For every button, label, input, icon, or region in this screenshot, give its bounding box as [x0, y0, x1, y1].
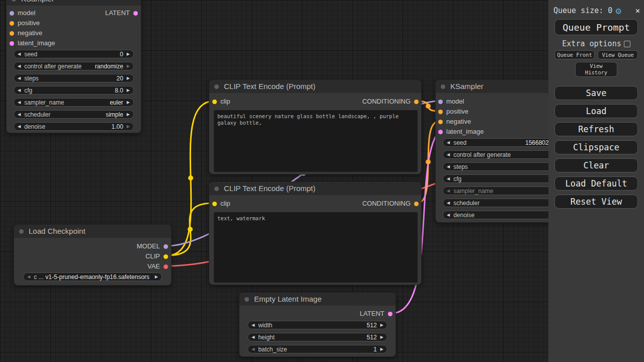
collapse-dot-icon[interactable] [441, 84, 445, 89]
settings-gear-icon[interactable]: ⚙ [615, 5, 621, 16]
decrement-arrow-icon[interactable]: ◀ [447, 211, 450, 219]
increment-arrow-icon[interactable]: ▶ [127, 74, 130, 82]
node-title-bar[interactable]: CLIP Text Encode (Prompt) [209, 80, 421, 93]
increment-arrow-icon[interactable]: ▶ [127, 123, 130, 130]
node-clip-text-encode-positive[interactable]: CLIP Text Encode (Prompt) clip CONDITION… [209, 79, 422, 174]
collapse-dot-icon[interactable] [214, 84, 219, 89]
prompt-textarea[interactable]: beautiful scenery nature glass bottle la… [214, 110, 418, 172]
widget-control-after-generate[interactable]: ◀control after generaterandomize▶ [14, 62, 134, 70]
slot-dot-model[interactable] [164, 244, 168, 249]
decrement-arrow-icon[interactable]: ◀ [447, 175, 450, 183]
output-slot-latent[interactable]: LATENT [360, 309, 392, 319]
widget-sampler-name[interactable]: ◀sampler_name [443, 187, 564, 195]
view-queue-button[interactable]: View Queue [598, 50, 638, 59]
slot-dot-negative[interactable] [10, 31, 14, 36]
decrement-arrow-icon[interactable]: ◀ [447, 151, 450, 158]
slot-dot-conditioning[interactable] [414, 100, 419, 104]
increment-arrow-icon[interactable]: ▶ [380, 345, 383, 353]
node-load-checkpoint[interactable]: Load Checkpoint MODEL CLIP VAE ◀c ...v1-… [14, 224, 172, 286]
queue-prompt-button[interactable]: Queue Prompt [554, 19, 638, 35]
output-slot-clip[interactable]: CLIP [145, 251, 168, 261]
slot-dot-clip[interactable] [212, 202, 217, 206]
slot-dot-model[interactable] [10, 11, 14, 16]
decrement-arrow-icon[interactable]: ◀ [447, 187, 450, 195]
input-slot-positive[interactable]: positive [10, 18, 40, 28]
slot-dot-conditioning[interactable] [414, 202, 419, 206]
increment-arrow-icon[interactable]: ▶ [127, 86, 130, 94]
input-slot-clip[interactable]: clip [212, 199, 230, 209]
prompt-textarea[interactable]: text, watermark [214, 212, 418, 283]
widget-steps[interactable]: ◀steps20▶ [14, 74, 134, 82]
node-title-bar[interactable]: Empty Latent Image [239, 293, 395, 306]
output-slot-vae[interactable]: VAE [147, 261, 168, 272]
output-slot-model[interactable]: MODEL [137, 241, 168, 251]
clipspace-button[interactable]: Clipspace [554, 140, 638, 154]
next-arrow-icon[interactable]: ▶ [155, 273, 158, 281]
node-title-bar[interactable]: Load Checkpoint [14, 225, 171, 238]
output-slot-conditioning[interactable]: CONDITIONING [362, 97, 419, 107]
slot-dot-latent[interactable] [388, 312, 392, 316]
prev-arrow-icon[interactable]: ◀ [27, 273, 30, 281]
output-slot-latent[interactable]: LATENT [105, 8, 138, 18]
load-default-button[interactable]: Load Default [554, 176, 638, 191]
increment-arrow-icon[interactable]: ▶ [127, 111, 130, 118]
slot-dot-negative[interactable] [438, 120, 443, 124]
widget-denoise[interactable]: ◀denoise1.00▶ [14, 122, 134, 131]
output-slot-conditioning[interactable]: CONDITIONING [362, 199, 419, 209]
widget-seed[interactable]: ◀seed0▶ [14, 50, 134, 58]
widget-sampler-name[interactable]: ◀sampler_nameeuler▶ [14, 98, 134, 107]
widget-steps[interactable]: ◀steps [443, 162, 564, 171]
decrement-arrow-icon[interactable]: ◀ [18, 74, 21, 82]
increment-arrow-icon[interactable]: ▶ [127, 62, 130, 70]
decrement-arrow-icon[interactable]: ◀ [18, 99, 21, 106]
widget-control-after-generate[interactable]: ◀control after generaterandomize [443, 150, 564, 159]
widget-cfg[interactable]: ◀cfg8.0▶ [14, 86, 134, 95]
node-title-bar[interactable]: KSampler [7, 0, 141, 6]
collapse-dot-icon[interactable] [214, 187, 219, 191]
input-slot-clip[interactable]: clip [212, 97, 230, 107]
increment-arrow-icon[interactable]: ▶ [380, 321, 383, 329]
widget-ckpt-name[interactable]: ◀c ...v1-5-pruned-emaonly-fp16.safetenso… [23, 273, 162, 281]
queue-front-button[interactable]: Queue Front [554, 50, 595, 59]
node-clip-text-encode-negative[interactable]: CLIP Text Encode (Prompt) clip CONDITION… [209, 182, 422, 285]
slot-dot-positive[interactable] [438, 110, 443, 114]
input-slot-negative[interactable]: negative [438, 117, 471, 127]
decrement-arrow-icon[interactable]: ◀ [18, 111, 21, 118]
increment-arrow-icon[interactable]: ▶ [380, 333, 383, 341]
widget-width[interactable]: ◀width512▶ [248, 321, 387, 329]
widget-cfg[interactable]: ◀cfg [443, 174, 564, 183]
decrement-arrow-icon[interactable]: ◀ [252, 333, 255, 341]
input-slot-model[interactable]: model [438, 97, 464, 107]
node-title-bar[interactable]: CLIP Text Encode (Prompt) [209, 182, 421, 195]
decrement-arrow-icon[interactable]: ◀ [447, 163, 450, 170]
close-icon[interactable]: ✕ [635, 6, 640, 15]
decrement-arrow-icon[interactable]: ◀ [18, 86, 21, 94]
collapse-dot-icon[interactable] [19, 229, 24, 234]
refresh-button[interactable]: Refresh [554, 122, 638, 136]
load-button[interactable]: Load [554, 104, 638, 118]
clear-button[interactable]: Clear [554, 158, 638, 172]
slot-dot-latent-image[interactable] [10, 41, 14, 46]
reset-view-button[interactable]: Reset View [554, 195, 638, 209]
input-slot-model[interactable]: model [10, 8, 35, 18]
widget-scheduler[interactable]: ◀scheduler [443, 199, 564, 207]
slot-dot-vae[interactable] [164, 264, 168, 269]
node-ksampler-left[interactable]: KSampler model positive negative latent_… [6, 0, 141, 133]
widget-batch-size[interactable]: ◀batch_size1▶ [248, 345, 387, 353]
node-empty-latent-image[interactable]: Empty Latent Image LATENT ◀width512▶ ◀he… [239, 292, 396, 357]
input-slot-latent-image[interactable]: latent_image [438, 127, 484, 137]
slot-dot-clip[interactable] [164, 254, 168, 259]
slot-dot-clip[interactable] [212, 100, 217, 104]
widget-scheduler[interactable]: ◀schedulersimple▶ [14, 110, 134, 119]
collapse-dot-icon[interactable] [245, 297, 249, 302]
input-slot-negative[interactable]: negative [10, 28, 42, 38]
decrement-arrow-icon[interactable]: ◀ [447, 139, 450, 146]
increment-arrow-icon[interactable]: ▶ [127, 99, 130, 106]
save-button[interactable]: Save [554, 86, 638, 100]
slot-dot-model[interactable] [438, 100, 443, 104]
input-slot-positive[interactable]: positive [438, 107, 468, 117]
decrement-arrow-icon[interactable]: ◀ [447, 199, 450, 207]
widget-denoise[interactable]: ◀denoise [443, 211, 564, 219]
extra-options-checkbox[interactable] [624, 41, 630, 47]
view-history-button[interactable]: ViewHistory [575, 62, 617, 77]
